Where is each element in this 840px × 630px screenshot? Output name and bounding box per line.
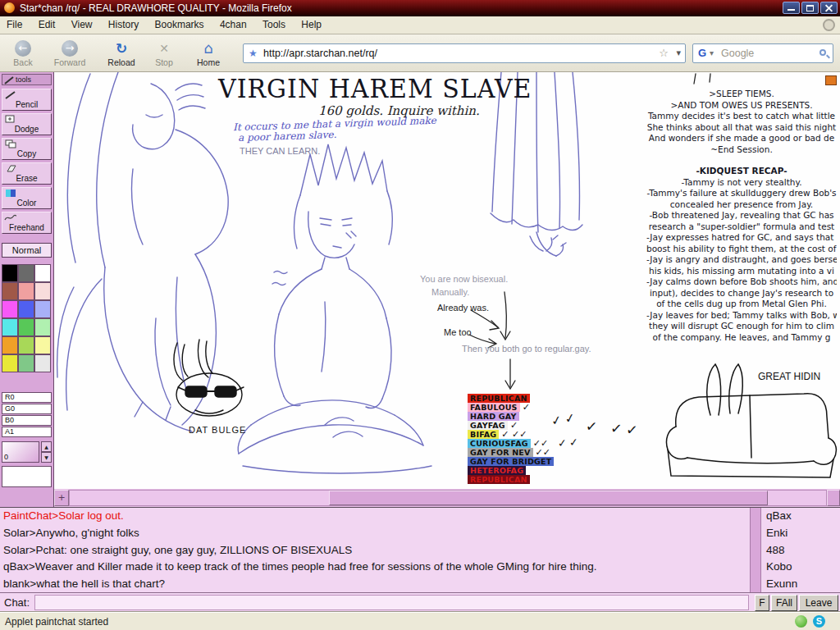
palette-swatch[interactable] bbox=[34, 300, 51, 318]
channel-b[interactable]: B0 bbox=[2, 415, 52, 426]
forward-button[interactable]: → Forward bbox=[44, 36, 95, 71]
tool-copy[interactable]: Copy bbox=[2, 138, 52, 160]
recap-line: research a "super-soldier" formula and t… bbox=[646, 221, 837, 233]
tool-freehand[interactable]: Freehand bbox=[2, 212, 52, 234]
menu-history[interactable]: History bbox=[102, 16, 145, 34]
palette-swatch[interactable] bbox=[34, 354, 51, 372]
menu-file[interactable]: File bbox=[0, 16, 29, 34]
chat-f-button[interactable]: F bbox=[755, 595, 769, 611]
palette-swatch[interactable] bbox=[18, 318, 34, 336]
palette-swatch[interactable] bbox=[18, 300, 34, 318]
scrollbar-track[interactable] bbox=[69, 490, 827, 506]
pencil-icon bbox=[4, 90, 17, 99]
opacity-spinner: ▲ ▼ bbox=[41, 441, 52, 463]
status-s-icon[interactable]: S bbox=[813, 615, 825, 628]
channel-a[interactable]: A1 bbox=[2, 427, 52, 437]
recap-line: concealed her presence from Jay. bbox=[646, 199, 837, 211]
user-list-item[interactable]: qBax bbox=[761, 508, 840, 525]
recap-line: of the cells dug up from Metal Glen Phi. bbox=[646, 299, 837, 310]
search-placeholder[interactable]: Google bbox=[721, 44, 754, 62]
chat-fall-button[interactable]: FAll bbox=[771, 595, 797, 611]
palette-swatch[interactable] bbox=[2, 282, 18, 300]
palette-swatch[interactable] bbox=[2, 264, 18, 282]
chat-log[interactable]: PaintChat>Solar log out. Solar>Anywho, g… bbox=[0, 508, 750, 593]
channel-r[interactable]: R0 bbox=[2, 392, 52, 403]
palette-swatch[interactable] bbox=[34, 282, 51, 300]
palette-swatch[interactable] bbox=[2, 318, 18, 336]
tool-pencil[interactable]: Pencil bbox=[2, 89, 52, 111]
canvas-corner-widget[interactable] bbox=[825, 75, 837, 85]
blend-mode-select[interactable]: Normal bbox=[2, 243, 52, 258]
spin-up-button[interactable]: ▲ bbox=[41, 441, 52, 452]
recap-line: -Jay calms down before Bob shoots him, a… bbox=[646, 276, 837, 288]
user-list: qBax Enki 488 Kobo Exunn bbox=[761, 508, 840, 593]
tool-dodge[interactable]: Dodge bbox=[2, 113, 52, 135]
user-list-item[interactable]: Enki bbox=[761, 525, 840, 542]
reload-icon: ↻ bbox=[116, 40, 127, 57]
user-list-item[interactable]: Kobo bbox=[761, 559, 840, 576]
bookmark-star-icon[interactable]: ☆ bbox=[659, 44, 669, 62]
menu-bookmarks[interactable]: Bookmarks bbox=[148, 16, 211, 34]
stop-button[interactable]: ✕ Stop bbox=[146, 36, 182, 71]
chart-row-label: CURIOUSFAG bbox=[468, 439, 531, 448]
canvas-bisexual-line2: Manually. bbox=[431, 287, 469, 297]
scrollbar-plus-button[interactable]: + bbox=[54, 490, 69, 506]
tool-copy-label: Copy bbox=[2, 149, 51, 158]
menu-tools[interactable]: Tools bbox=[256, 16, 292, 34]
close-button[interactable] bbox=[820, 2, 838, 14]
scrollbar-thumb[interactable] bbox=[329, 491, 768, 505]
firefox-icon bbox=[4, 2, 15, 13]
menu-4chan[interactable]: 4chan bbox=[213, 16, 253, 34]
palette-swatch[interactable] bbox=[18, 336, 34, 354]
menu-edit[interactable]: Edit bbox=[32, 16, 62, 34]
search-magnifier-icon[interactable] bbox=[819, 49, 826, 56]
address-bar[interactable]: ★ http://apr.starchan.net/rq/ ☆ ▾ bbox=[243, 43, 686, 63]
minimize-button[interactable] bbox=[783, 2, 800, 14]
search-box[interactable]: G ▾ Google bbox=[692, 43, 833, 63]
reload-button[interactable]: ↻ Reload bbox=[100, 36, 143, 71]
url-dropdown-icon[interactable]: ▾ bbox=[676, 44, 681, 62]
palette-swatch[interactable] bbox=[18, 354, 34, 372]
chat-input[interactable] bbox=[34, 595, 749, 610]
palette-swatch[interactable] bbox=[34, 336, 51, 354]
recap-line: >SLEEP TIEMS. bbox=[646, 89, 837, 100]
recap-line: -Jay is angry and distraught, and goes b… bbox=[646, 254, 837, 266]
chat-scrollbar[interactable] bbox=[750, 508, 761, 593]
canvas-hscrollbar[interactable]: + bbox=[54, 489, 840, 507]
tools-panel-title: tools bbox=[16, 75, 31, 84]
recap-line: ~End Session. bbox=[646, 144, 837, 156]
palette-swatch[interactable] bbox=[34, 264, 51, 282]
chat-input-row: Chat: F FAll Leave bbox=[0, 592, 840, 612]
url-text[interactable]: http://apr.starchan.net/rq/ bbox=[263, 44, 377, 62]
palette-swatch[interactable] bbox=[2, 354, 18, 372]
menu-view[interactable]: View bbox=[65, 16, 99, 34]
palette-swatch[interactable] bbox=[2, 300, 18, 318]
menu-help[interactable]: Help bbox=[294, 16, 328, 34]
maximize-button[interactable] bbox=[801, 2, 819, 14]
current-tool-icon bbox=[4, 76, 14, 84]
opacity-slider[interactable]: 0 bbox=[2, 441, 39, 463]
tool-color[interactable]: Color bbox=[2, 187, 52, 209]
palette-swatch[interactable] bbox=[18, 282, 34, 300]
user-list-item[interactable]: 488 bbox=[761, 542, 840, 559]
tool-dodge-label: Dodge bbox=[2, 125, 51, 134]
spin-down-button[interactable]: ▼ bbox=[41, 452, 52, 463]
reload-label: Reload bbox=[107, 57, 135, 67]
search-engine-dropdown-icon[interactable]: ▾ bbox=[710, 44, 714, 62]
back-button[interactable]: ← Back bbox=[3, 36, 43, 71]
canvas-regular-text: Then you both go to regular.gay. bbox=[462, 344, 591, 354]
palette-swatch[interactable] bbox=[2, 336, 18, 354]
status-green-icon[interactable] bbox=[795, 615, 807, 628]
chat-line: qBax>Weaver and Killer made it to keep t… bbox=[0, 559, 750, 576]
chat-leave-button[interactable]: Leave bbox=[799, 595, 838, 611]
recap-line: -Jay expresses hatred for GC, and says t… bbox=[646, 232, 837, 244]
user-list-item[interactable]: Exunn bbox=[761, 576, 840, 593]
home-button[interactable]: ⌂ Home bbox=[187, 36, 230, 71]
chat-line: blank>what the hell is that chart? bbox=[0, 576, 750, 593]
paint-canvas[interactable]: VIRGIN HAREM SLAVE 160 golds. Inquire wi… bbox=[54, 72, 840, 489]
recap-line: his kids, his missing arm mutating into … bbox=[646, 266, 837, 277]
channel-g[interactable]: G0 bbox=[2, 404, 52, 414]
palette-swatch[interactable] bbox=[18, 264, 34, 282]
tool-erase[interactable]: Erase bbox=[2, 162, 52, 185]
palette-swatch[interactable] bbox=[34, 318, 51, 336]
